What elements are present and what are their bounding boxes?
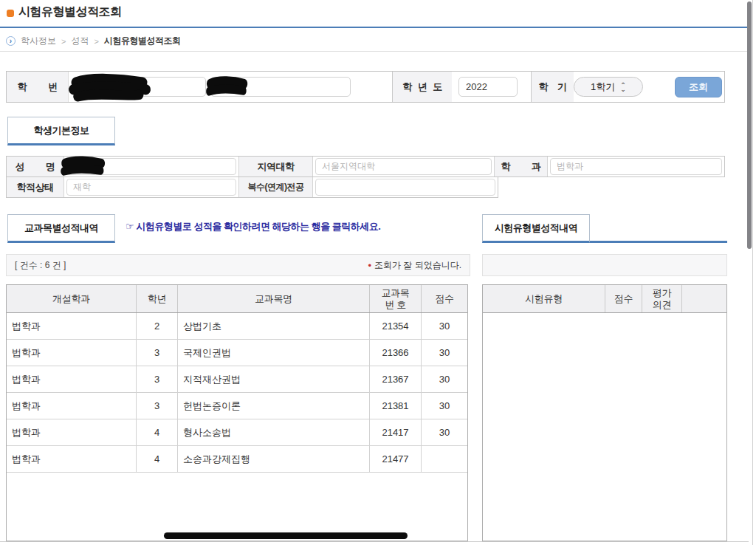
dept-field[interactable] xyxy=(550,158,722,175)
tab-course-grades[interactable]: 교과목별성적내역 xyxy=(7,214,115,243)
table-row[interactable]: 법학과3헌법논증이론2138130 xyxy=(7,393,467,419)
col-header-year: 학년 xyxy=(137,285,178,312)
course-grades-table: 개설학과 학년 교과목명 교과목 번 호 점수 법학과2상법기초2135430 … xyxy=(6,284,468,541)
table-row[interactable]: 법학과4소송과강제집행21477 xyxy=(7,446,467,473)
enrollment-status-field[interactable] xyxy=(66,179,236,196)
status-dot-icon: • xyxy=(368,260,371,271)
exam-type-grade-page: 시험유형별성적조회 › 학사정보 > 성적 > 시험유형별성적조회 학 번 학 … xyxy=(0,0,756,545)
query-status-message: • 조회가 잘 되었습니다. xyxy=(368,259,461,272)
student-number-label: 학 번 xyxy=(7,72,69,102)
col-header-score: 점수 xyxy=(422,285,467,312)
col-header-course-name: 교과목명 xyxy=(178,285,370,312)
vertical-scrollbar-thumb[interactable] xyxy=(747,1,752,249)
table-row[interactable]: 법학과3지적재산권법2136730 xyxy=(7,366,467,393)
select-chevrons-icon: ⌃⌄ xyxy=(620,83,626,92)
campus-label: 지역대학 xyxy=(239,157,313,176)
table-row[interactable]: 법학과4형사소송법2141730 xyxy=(7,419,467,446)
redaction-scribble xyxy=(59,157,106,177)
breadcrumb-arrow-icon: › xyxy=(6,36,16,46)
row-click-hint: ☞ 시험유형별로 성적을 확인하려면 해당하는 행을 클릭하세요. xyxy=(126,220,380,233)
student-info-row-1: 성 명 지역대학 학 과 xyxy=(6,156,725,177)
semester-select[interactable]: 1학기 ⌃⌄ xyxy=(574,77,643,97)
title-bullet-icon xyxy=(7,10,14,17)
table-row[interactable]: 법학과2상법기초2135430 xyxy=(7,313,467,340)
name-label: 성 명 xyxy=(7,157,64,176)
redaction-scribble xyxy=(68,75,151,102)
col-header-dept: 개설학과 xyxy=(7,285,137,312)
tab-student-basic-info[interactable]: 학생기본정보 xyxy=(7,117,115,145)
redaction-bar xyxy=(164,532,408,539)
breadcrumb-item-hagsa[interactable]: 학사정보 xyxy=(21,35,56,47)
breadcrumb: › 학사정보 > 성적 > 시험유형별성적조회 xyxy=(6,35,180,47)
status-label: 학적상태 xyxy=(7,177,64,197)
breadcrumb-item-grade[interactable]: 성적 xyxy=(71,35,89,47)
exam-type-grades-table: 시험유형 점수 평가 의견 xyxy=(482,284,727,541)
table-row[interactable]: 법학과3국제인권법2136630 xyxy=(7,340,467,366)
double-major-label: 복수(연계)전공 xyxy=(239,177,313,197)
semester-select-value: 1학기 xyxy=(591,80,615,94)
semester-label: 학 기 xyxy=(532,72,574,102)
breadcrumb-separator: > xyxy=(94,37,98,46)
breadcrumb-separator: > xyxy=(61,37,66,46)
dept-label: 학 과 xyxy=(495,157,548,176)
result-status-bar: [ 건수 : 6 건 ] • 조회가 잘 되었습니다. xyxy=(6,254,470,276)
tab-underline-extension xyxy=(590,241,727,243)
year-input[interactable] xyxy=(458,77,518,97)
campus-field[interactable] xyxy=(315,158,492,175)
course-grades-table-header: 개설학과 학년 교과목명 교과목 번 호 점수 xyxy=(7,285,467,313)
col-header-eval-opinion: 평가 의견 xyxy=(642,285,682,312)
record-count: [ 건수 : 6 건 ] xyxy=(15,259,66,272)
student-info-row-2: 학적상태 복수(연계)전공 xyxy=(6,176,498,198)
double-major-field[interactable] xyxy=(315,179,495,196)
exam-type-status-bar xyxy=(482,254,727,276)
tab-exam-type-grades[interactable]: 시험유형별성적내역 xyxy=(482,214,590,243)
redaction-scribble xyxy=(205,78,249,98)
search-button[interactable]: 조회 xyxy=(675,77,722,97)
year-label: 학 년 도 xyxy=(393,72,452,102)
col-header-course-no: 교과목 번 호 xyxy=(370,285,422,312)
col-header-empty xyxy=(682,285,726,312)
page-bottom-edge xyxy=(0,541,749,542)
page-title: 시험유형별성적조회 xyxy=(18,4,122,20)
window-edge xyxy=(752,0,753,545)
title-underline xyxy=(0,27,749,28)
breadcrumb-divider xyxy=(0,51,749,52)
exam-type-table-header: 시험유형 점수 평가 의견 xyxy=(483,285,726,313)
breadcrumb-item-current: 시험유형별성적조회 xyxy=(104,35,181,47)
col-header-exam-type: 시험유형 xyxy=(483,285,605,312)
col-header-exam-score: 점수 xyxy=(605,285,642,312)
